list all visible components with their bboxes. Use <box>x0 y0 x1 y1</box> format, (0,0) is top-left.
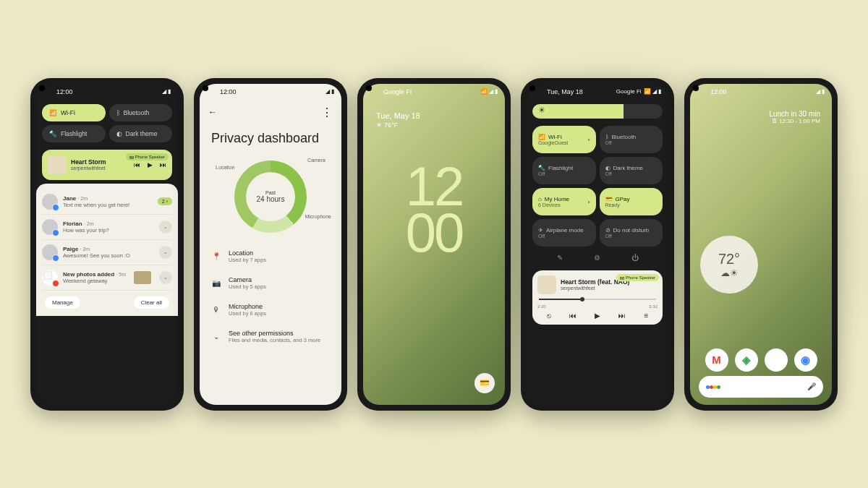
status-bar: Google Fi📶 ◢ ▮ <box>363 84 505 100</box>
permission-location[interactable]: 📍LocationUsed by 7 apps <box>211 243 330 270</box>
camera-hole <box>39 85 45 91</box>
more-icon[interactable]: ⋮ <box>321 106 333 119</box>
output-badge[interactable]: 🖴 Phone Speaker <box>616 274 659 281</box>
dnd-tile[interactable]: ⊘Do not disturbOff <box>600 219 663 247</box>
flashlight-tile[interactable]: 🔦FlashlightOff <box>532 157 596 184</box>
prev-icon[interactable]: ⏮ <box>569 312 576 320</box>
photos-icon[interactable]: ✿ <box>765 348 788 372</box>
media-widget[interactable]: 🖴 Phone Speaker Heart Storm serpentwithf… <box>42 150 172 180</box>
permission-other[interactable]: ⌄See other permissionsFiles and media, c… <box>211 323 330 350</box>
edit-icon[interactable]: ✎ <box>557 254 563 262</box>
bluetooth-tile[interactable]: ᛒ Bluetooth <box>109 104 173 121</box>
notification-item[interactable]: Jane · 2mText me when you get here!2 › <box>42 189 172 215</box>
album-art <box>537 275 556 294</box>
next-icon[interactable]: ⏭ <box>618 312 626 320</box>
prev-icon[interactable]: ⏮ <box>134 161 140 168</box>
phone-row: 12:00◢ ▮ 📶 Wi-Fi ᛒ Bluetooth 🔦 Flashligh… <box>0 0 868 488</box>
lock-clock: 1200 <box>363 163 505 257</box>
manage-button[interactable]: Manage <box>45 296 80 309</box>
phone-notifications: 12:00◢ ▮ 📶 Wi-Fi ᛒ Bluetooth 🔦 Flashligh… <box>30 78 184 411</box>
lock-weather: ☀ 76°F <box>363 121 505 129</box>
darktheme-tile[interactable]: ◐ Dark theme <box>109 125 173 142</box>
google-logo <box>706 382 720 390</box>
status-bar: 12:00◢ ▮ <box>200 84 341 100</box>
usage-chart: Past24 hours <box>234 160 307 233</box>
chevron-right-icon[interactable]: › <box>588 198 590 205</box>
next-icon[interactable]: ⏭ <box>160 161 166 168</box>
app-dock: M ◈ ✿ ◉ <box>690 348 832 372</box>
permission-camera[interactable]: 📷CameraUsed by 5 apps <box>211 270 330 296</box>
camera-hole <box>366 85 372 91</box>
camera-icon: 📷 <box>211 279 221 287</box>
time-total: 3:32 <box>649 304 658 309</box>
play-icon[interactable]: ▶ <box>148 161 153 168</box>
notification-panel: Jane · 2mText me when you get here!2 › F… <box>36 184 178 316</box>
chevron-down-icon[interactable]: ⌄ <box>159 221 172 234</box>
phone-lockscreen: Google Fi📶 ◢ ▮ Tue, May 18 ☀ 76°F 1200 💳 <box>357 78 511 411</box>
chart-label-location: Location <box>216 165 234 170</box>
weather-widget[interactable]: 72°☁☀ <box>700 236 758 294</box>
track-artist: serpentwithfeet <box>71 166 106 171</box>
phone-homescreen: 12:00◢ ▮ Lunch in 30 min🗓 12:30 - 1:00 P… <box>684 78 838 411</box>
flashlight-tile[interactable]: 🔦 Flashlight <box>42 125 106 142</box>
output-badge[interactable]: 🖴 Phone Speaker <box>126 153 169 160</box>
camera-hole <box>203 85 208 91</box>
darktheme-tile[interactable]: ◐Dark themeOff <box>600 157 663 184</box>
glance-time: 🗓 12:30 - 1:00 PM <box>702 118 820 124</box>
wifi-tile[interactable]: 📶 Wi-Fi <box>42 104 106 121</box>
notification-item[interactable]: Florian · 2mHow was your trip?⌄ <box>42 215 172 240</box>
chart-label-microphone: Microphone <box>305 214 331 219</box>
queue-icon[interactable]: ≡ <box>644 312 648 320</box>
camera-hole <box>693 85 699 91</box>
notification-item[interactable]: 🖼New photos added · 5mWeekend getaway⌄ <box>42 265 172 291</box>
lock-date: Tue, May 18 <box>363 100 505 121</box>
chrome-icon[interactable]: ◉ <box>794 348 817 372</box>
count-badge[interactable]: 2 › <box>158 197 172 205</box>
back-icon[interactable]: ← <box>208 107 217 117</box>
bluetooth-tile[interactable]: ᛒBluetoothOff <box>600 126 663 153</box>
gpay-tile[interactable]: 💳GPayReady <box>600 188 663 215</box>
maps-icon[interactable]: ◈ <box>735 348 758 372</box>
wallet-button[interactable]: 💳 <box>475 373 495 393</box>
track-title: Heart Storm <box>71 158 106 166</box>
camera-hole <box>529 85 535 91</box>
power-icon[interactable]: ⏻ <box>631 254 639 262</box>
chevron-down-icon: ⌄ <box>211 333 221 341</box>
chevron-down-icon[interactable]: ⌄ <box>159 246 172 259</box>
chevron-down-icon[interactable]: ⌄ <box>159 271 172 284</box>
qs-grid: 📶Wi-FiGoogleGuest› ᛒBluetoothOff 🔦Flashl… <box>527 123 668 249</box>
location-icon: 📍 <box>211 252 221 260</box>
glance-title[interactable]: Lunch in 30 min <box>702 110 820 118</box>
track-artist: serpentwithfeet <box>561 286 629 291</box>
clear-all-button[interactable]: Clear all <box>134 296 169 309</box>
photo-thumb <box>134 271 151 284</box>
media-widget[interactable]: 🖴 Phone Speaker Heart Storm (feat. NAO)s… <box>532 270 663 325</box>
mic-icon[interactable]: 🎤 <box>807 382 816 390</box>
avatar <box>42 244 58 260</box>
notification-item[interactable]: Paige · 2mAwesome! See you soon :O⌄ <box>42 240 172 265</box>
airplane-tile[interactable]: ✈Airplane modeOff <box>532 219 596 247</box>
photos-icon: 🖼 <box>42 270 58 286</box>
play-icon[interactable]: ▶ <box>595 312 600 320</box>
status-bar: Tue, May 18Google Fi 📶 ◢ ▮ <box>527 84 668 100</box>
chevron-right-icon[interactable]: › <box>588 136 590 142</box>
gmail-icon[interactable]: M <box>705 348 728 372</box>
status-bar: 12:00◢ ▮ <box>690 84 832 100</box>
brightness-slider[interactable] <box>532 104 663 119</box>
time-elapsed: 2:20 <box>537 304 546 309</box>
settings-icon[interactable]: ⚙ <box>594 254 600 262</box>
microphone-icon: 🎙 <box>211 306 221 314</box>
wifi-tile[interactable]: 📶Wi-FiGoogleGuest› <box>532 126 596 153</box>
page-title: Privacy dashboard <box>200 125 341 152</box>
album-art <box>48 155 67 174</box>
phone-quicksettings: Tue, May 18Google Fi 📶 ◢ ▮ 📶Wi-FiGoogleG… <box>521 78 674 411</box>
status-bar: 12:00◢ ▮ <box>36 84 178 100</box>
scrubber[interactable] <box>539 299 656 300</box>
search-bar[interactable]: 🎤 <box>699 376 823 398</box>
avatar <box>42 194 58 210</box>
cast-icon[interactable]: ⎋ <box>547 312 551 320</box>
avatar <box>42 219 58 235</box>
home-tile[interactable]: ⌂My Home6 Devices› <box>532 188 596 215</box>
chart-label-camera: Camera <box>307 158 326 163</box>
permission-microphone[interactable]: 🎙MicrophoneUsed by 6 apps <box>211 296 330 323</box>
